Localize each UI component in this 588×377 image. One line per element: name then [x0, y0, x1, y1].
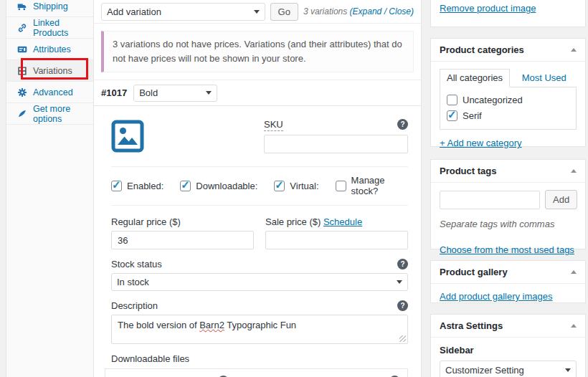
product-tags-header[interactable]: Product tags: [431, 160, 585, 183]
stock-status-value: In stock: [117, 277, 149, 287]
manage-stock-label: Manage stock?: [351, 175, 408, 196]
stock-status-help-icon[interactable]: ?: [397, 259, 408, 269]
tab-variations[interactable]: Variations: [6, 60, 93, 82]
remove-product-image-link[interactable]: Remove product image: [440, 3, 536, 14]
tab-linked-products[interactable]: Linked Products: [6, 17, 93, 39]
enabled-option: ✓ Enabled:: [111, 181, 163, 191]
add-gallery-images-link[interactable]: Add product gallery images: [440, 291, 553, 302]
variation-flags-row: ✓ Enabled: ✓ Downloadable: ✓ Virtual: ✓ …: [111, 167, 408, 206]
file-table-header: Name? File URL?: [105, 369, 407, 377]
category-item-serif: ✓ Serif: [447, 110, 569, 121]
price-row: Regular price ($) Sale price ($) Schedul…: [111, 216, 408, 249]
variation-body: SKU ? ✓ Enabled: ✓ Downloadable: ✓ Virtu…: [94, 106, 421, 377]
stock-status-group: Stock status ? In stock: [111, 259, 408, 291]
image-placeholder-icon: [111, 120, 144, 153]
downloadable-files-group: Downloadable files Name? File URL? Choos…: [111, 353, 408, 377]
add-variation-select-value: Add variation: [107, 6, 161, 17]
collapse-icon[interactable]: [571, 270, 577, 274]
description-misspelled-word: Barn2: [199, 320, 224, 330]
sku-help-icon[interactable]: ?: [397, 119, 408, 130]
attributes-icon: [17, 44, 27, 54]
editor-sidebar: Remove product image Product categories …: [430, 0, 587, 377]
description-text-before: The bold version of: [118, 320, 199, 330]
astra-settings-header[interactable]: Astra Settings: [431, 315, 585, 338]
chevron-down-icon: [565, 368, 571, 372]
sku-input[interactable]: [264, 135, 408, 153]
truck-icon: [17, 1, 27, 11]
description-help-icon[interactable]: ?: [397, 300, 408, 311]
stock-status-label: Stock status: [111, 259, 162, 269]
tab-advanced[interactable]: Advanced: [6, 82, 93, 103]
description-label: Description: [111, 300, 158, 311]
product-gallery-title: Product gallery: [440, 267, 508, 277]
downloadable-files-label: Downloadable files: [111, 353, 408, 364]
variations-toolbar: Add variation Go 3 variations (Expand / …: [94, 0, 421, 24]
variation-attribute-select[interactable]: Bold: [133, 85, 217, 102]
manage-stock-checkbox[interactable]: ✓: [336, 181, 346, 191]
enabled-checkbox[interactable]: ✓: [111, 181, 122, 191]
variation-image-upload[interactable]: [111, 119, 264, 155]
stock-status-select[interactable]: In stock: [111, 273, 408, 291]
virtual-checkbox[interactable]: ✓: [274, 181, 285, 191]
tags-input[interactable]: [440, 191, 540, 209]
sale-price-input[interactable]: [265, 231, 408, 249]
go-button[interactable]: Go: [270, 3, 298, 21]
variation-header-row: #1017 Bold: [94, 80, 421, 106]
image-sku-row: SKU ?: [111, 119, 408, 167]
product-gallery-header[interactable]: Product gallery: [431, 261, 585, 284]
chevron-down-icon: [397, 280, 402, 284]
chevron-down-icon: [206, 91, 212, 95]
tab-shipping-label: Shipping: [33, 1, 68, 11]
tab-shipping[interactable]: Shipping: [6, 0, 93, 17]
paren-close: ): [411, 6, 414, 16]
product-categories-title: Product categories: [440, 44, 524, 55]
collapse-icon[interactable]: [571, 48, 577, 52]
variations-count-text: 3 variations: [303, 6, 350, 16]
variation-attribute-value: Bold: [139, 87, 158, 98]
category-list: ✓ Uncategorized ✓ Serif: [440, 87, 577, 130]
virtual-option: ✓ Virtual:: [274, 181, 318, 191]
close-link[interactable]: Close: [389, 6, 411, 16]
regular-price-group: Regular price ($): [111, 216, 254, 249]
category-tabs: All categories Most Used: [440, 69, 577, 87]
tab-all-categories[interactable]: All categories: [440, 69, 510, 87]
regular-price-input[interactable]: [111, 231, 254, 249]
description-textarea[interactable]: The bold version of Barn2 Typographic Fu…: [111, 315, 408, 344]
add-new-category-link[interactable]: + Add new category: [440, 138, 522, 148]
slash-separator: /: [381, 6, 389, 16]
wing-icon: [17, 109, 27, 119]
no-prices-notice: 3 variations do not have prices. Variati…: [101, 31, 414, 72]
product-image-panel: Remove product image: [430, 0, 586, 27]
uncategorized-label: Uncategorized: [463, 95, 523, 105]
product-categories-header[interactable]: Product categories: [431, 39, 585, 62]
choose-most-used-tags-link[interactable]: Choose from the most used tags: [440, 244, 574, 255]
tab-linked-products-label: Linked Products: [33, 18, 93, 38]
downloadable-option: ✓ Downloadable:: [180, 181, 257, 191]
collapse-icon[interactable]: [571, 324, 577, 328]
sale-price-label: Sale price ($): [265, 216, 323, 227]
product-tags-title: Product tags: [440, 166, 496, 176]
tab-most-used[interactable]: Most Used: [522, 72, 566, 83]
add-tag-button[interactable]: Add: [545, 190, 577, 209]
serif-label: Serif: [463, 110, 482, 121]
downloadable-files-table: Name? File URL? Choose file × Add file: [105, 368, 408, 377]
add-variation-select[interactable]: Add variation: [101, 3, 265, 21]
variation-id: #1017: [101, 87, 127, 98]
chevron-down-icon: [254, 10, 260, 14]
gear-icon: [17, 87, 27, 97]
downloadable-checkbox[interactable]: ✓: [180, 181, 191, 191]
expand-link[interactable]: Expand: [353, 6, 382, 16]
tab-get-more-options-label: Get more options: [33, 104, 93, 124]
uncategorized-checkbox[interactable]: ✓: [447, 95, 457, 105]
downloadable-label: Downloadable:: [196, 181, 257, 191]
astra-sidebar-select[interactable]: Customizer Setting: [440, 361, 577, 377]
tab-attributes[interactable]: Attributes: [6, 39, 93, 60]
serif-checkbox[interactable]: ✓: [447, 110, 457, 121]
product-data-tabs: Shipping Linked Products Attributes Vari…: [6, 0, 94, 377]
schedule-link[interactable]: Schedule: [323, 216, 362, 227]
variations-summary: 3 variations (Expand / Close): [303, 6, 414, 16]
tags-hint: Separate tags with commas: [440, 219, 577, 229]
collapse-icon[interactable]: [571, 169, 577, 173]
tab-get-more-options[interactable]: Get more options: [6, 103, 93, 125]
sku-field-group: SKU ?: [264, 119, 408, 155]
